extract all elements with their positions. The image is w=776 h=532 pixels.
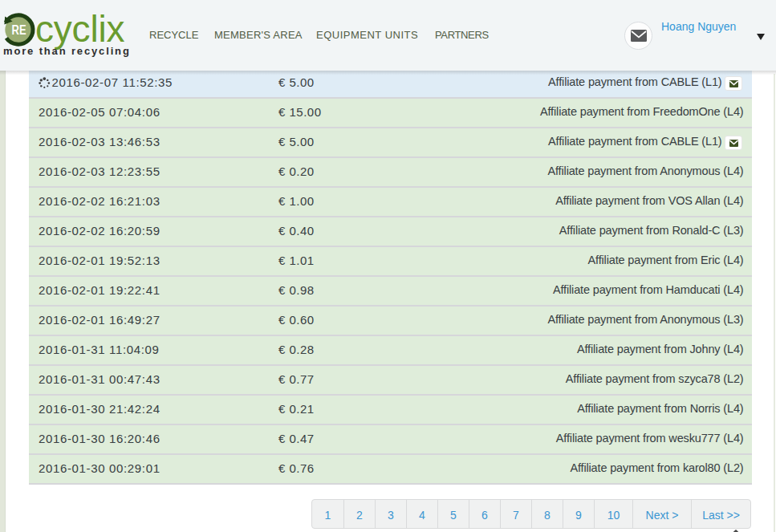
svg-text:RE: RE — [12, 23, 26, 37]
